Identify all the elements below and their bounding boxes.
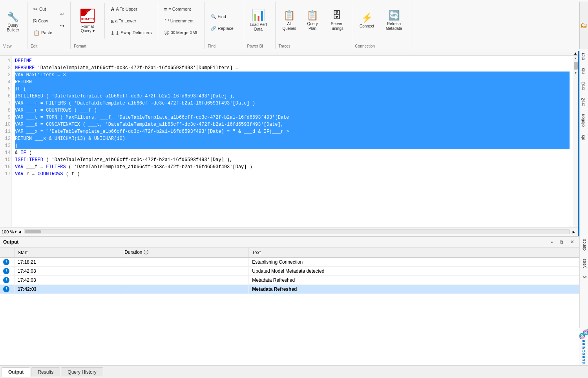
replace-icon: 🔗: [211, 26, 216, 31]
paste-icon: 📋: [33, 30, 40, 36]
power-bi-group: 📊 Load Perf Data Power BI: [244, 2, 276, 49]
sidebar-item[interactable]: als: [581, 135, 587, 140]
editor-area: ▲ 1234567891011121314151617 DEFINEMEASUR…: [0, 51, 588, 236]
keyword: VAR: [15, 164, 24, 170]
server-timings-button[interactable]: 🗄 Server Timings: [325, 4, 349, 38]
zoom-control[interactable]: 100 % ▾: [2, 229, 17, 234]
line-number: 1: [1, 57, 11, 64]
line-number: 10: [1, 121, 11, 128]
sidebar-item[interactable]: olation: [581, 114, 587, 127]
load-perf-icon: 📊: [252, 10, 265, 21]
vertical-scrollbar[interactable]: ▲ ▼: [573, 56, 578, 227]
line-number: 4: [1, 79, 11, 86]
output-sidebar-item[interactable]: yees: [582, 259, 586, 268]
view-group: 🔧 Query Builder View: [0, 2, 27, 49]
swap-delimiters-button[interactable]: ,|; ,|; Swap Delimiters: [108, 28, 154, 38]
code-line: VAR MaxFilters = 3: [15, 72, 570, 79]
line-number: 7: [1, 100, 11, 107]
line-number: 14: [1, 149, 11, 156]
redo-icon: ↪: [60, 23, 64, 29]
to-lower-icon: a: [111, 18, 113, 24]
line-numbers: 1234567891011121314151617: [0, 56, 12, 227]
connect-button[interactable]: ⚡ Connect: [355, 4, 379, 38]
code-line: ): [15, 142, 570, 149]
code-line: ISFILTERED ( 'DateTableTemplate_a1b66cff…: [15, 156, 570, 163]
scroll-right-arrow[interactable]: ►: [571, 229, 577, 234]
scroll-up-arrow[interactable]: ▲: [573, 51, 578, 55]
keyword: FILTERS: [46, 164, 66, 170]
uncomment-button[interactable]: ⁷ ⁷ Uncomment: [161, 16, 201, 26]
code-area[interactable]: DEFINEMEASURE 'DateTableTemplate_a1b66cf…: [12, 56, 573, 227]
copy-button[interactable]: ⎘ Copy: [31, 16, 55, 26]
zoom-value: 100 %: [2, 229, 14, 234]
panel-toggle-icon: 🗂: [581, 21, 588, 29]
keyword: VAR: [15, 171, 24, 177]
scroll-left-arrow[interactable]: ◄: [17, 229, 22, 234]
subscribe-icon: 🧬: [579, 329, 588, 339]
redo-button[interactable]: ↪: [57, 20, 67, 31]
scroll-thumb-horizontal[interactable]: [25, 230, 41, 233]
row-duration: [121, 258, 249, 267]
main-content: ▲ 1234567891011121314151617 DEFINEMEASUR…: [0, 51, 588, 378]
float-button[interactable]: ⧉: [558, 239, 565, 246]
connection-group-label: Connection: [355, 44, 375, 48]
find-group-label: Find: [208, 44, 215, 48]
connect-label: Connect: [360, 24, 374, 29]
view-group-label: View: [3, 44, 12, 48]
replace-button[interactable]: 🔗 Replace: [208, 23, 236, 33]
col-duration: Duration ⓘ: [121, 248, 249, 258]
paste-button[interactable]: 📋 Paste: [31, 28, 55, 38]
to-upper-button[interactable]: A A To Upper: [108, 4, 154, 14]
close-output-button[interactable]: ✕: [568, 239, 576, 246]
subscribe-label[interactable]: SUBSCRIBE: [582, 339, 586, 364]
bottom-tab-output[interactable]: Output: [2, 367, 30, 377]
traces-group-label: Traces: [279, 44, 290, 48]
bottom-tab-results[interactable]: Results: [31, 367, 60, 376]
pin-button[interactable]: ▪: [549, 239, 555, 246]
code-line: DEFINE: [15, 57, 570, 64]
bottom-tabs: OutputResultsQuery History: [0, 365, 588, 378]
sidebar-item[interactable]: nts: [581, 68, 587, 74]
code-line: VAR r = COUNTROWS ( f ): [15, 171, 570, 178]
query-plan-label: Query Plan: [307, 22, 318, 31]
format-query-label: Format Query ▾: [81, 24, 95, 33]
sidebar-item[interactable]: ers2: [581, 98, 587, 106]
editor-body[interactable]: 1234567891011121314151617 DEFINEMEASURE …: [0, 56, 578, 227]
table-row: i17:42:03Updated Model Metadata detected: [0, 267, 579, 276]
power-bi-group-label: Power BI: [247, 44, 263, 48]
comment-button[interactable]: ≡ ≡ Comment: [161, 4, 201, 14]
output-title: Output: [3, 239, 549, 245]
cut-button[interactable]: ✂ Cut: [31, 4, 55, 14]
table-row: i17:42:03Metadata Refreshed: [0, 285, 579, 294]
connection-group: ⚡ Connect 🔄 Refresh Metadata Connection: [352, 2, 411, 49]
sidebar-item[interactable]: eter: [581, 53, 587, 60]
all-queries-button[interactable]: 📋 All Queries: [279, 4, 300, 38]
scroll-down[interactable]: ▼: [575, 71, 577, 75]
refresh-metadata-label: Refresh Metadata: [386, 22, 402, 31]
comment-icon: ≡: [164, 6, 167, 12]
output-sidebar-item[interactable]: g: [582, 275, 586, 278]
bottom-tab-query-history[interactable]: Query History: [61, 367, 103, 376]
query-plan-button[interactable]: 📋 Query Plan: [302, 4, 323, 38]
scroll-up[interactable]: ▲: [575, 57, 577, 60]
undo-button[interactable]: ↩: [57, 9, 67, 19]
server-timings-icon: 🗄: [332, 11, 341, 20]
merge-xml-button[interactable]: ⌘ ⌘ Merge XML: [161, 28, 201, 38]
undo-icon: ↩: [60, 11, 64, 17]
refresh-metadata-button[interactable]: 🔄 Refresh Metadata: [380, 4, 408, 38]
find-button[interactable]: 🔍 Find: [208, 11, 236, 22]
scroll-thumb-vertical[interactable]: [574, 62, 578, 70]
line-number: 6: [1, 93, 11, 100]
load-perf-label: Load Perf Data: [250, 22, 267, 32]
dax-format-query-button[interactable]: DAX FORMATTER Format Query ▾: [74, 3, 101, 39]
cut-icon: ✂: [33, 6, 38, 12]
load-perf-data-button[interactable]: 📊 Load Perf Data: [247, 4, 270, 38]
line-number: 15: [1, 156, 11, 163]
right-panel-toggle[interactable]: 🗂: [579, 2, 588, 49]
horizontal-scrollbar[interactable]: [24, 229, 570, 234]
to-lower-button[interactable]: a a To Lower: [108, 16, 154, 26]
output-sidebar-item[interactable]: dance: [582, 239, 586, 251]
query-builder-button[interactable]: 🔧 Query Builder: [3, 5, 23, 40]
sidebar-item[interactable]: ers1: [581, 82, 587, 90]
output-area: Output ▪ ⧉ ✕ Start Duration ⓘ Text: [0, 236, 588, 365]
